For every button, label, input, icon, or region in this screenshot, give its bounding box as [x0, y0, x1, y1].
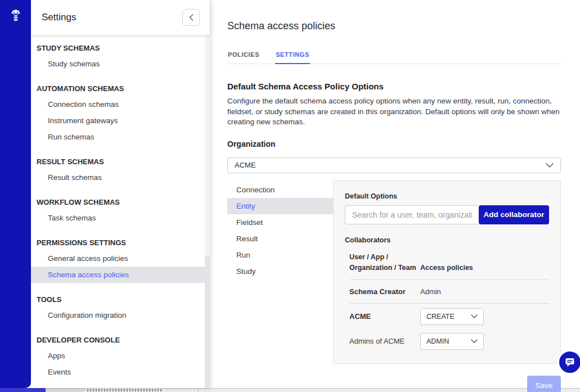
- strip-column-divider: [198, 388, 199, 392]
- sidebar-header: Settings: [31, 0, 210, 35]
- chat-bubble-icon: [564, 357, 575, 368]
- default-options-panel: Default Options Add collaborator Collabo…: [333, 181, 561, 364]
- nav-section-tools: TOOLS Configuration migration: [31, 295, 205, 323]
- table-row-admins-of-acme: Admins of ACME ADMIN: [349, 333, 549, 350]
- sidebar-scrollbar-thumb[interactable]: [205, 35, 210, 256]
- settings-sidebar: Settings STUDY SCHEMAS Study schemas AUT…: [31, 0, 210, 388]
- schema-tab-result[interactable]: Result: [227, 231, 333, 247]
- schema-tab-fieldset[interactable]: Fieldset: [227, 214, 333, 231]
- default-options-label: Default Options: [345, 192, 549, 200]
- tab-settings[interactable]: SETTINGS: [275, 51, 310, 64]
- schema-settings-row: Connection Entity Fieldset Result Run St…: [227, 181, 561, 364]
- table-row-acme: ACME CREATE: [349, 308, 549, 325]
- column-header-user-line2: Organization / Team: [349, 263, 420, 273]
- organization-select[interactable]: ACME: [227, 157, 561, 173]
- tab-policies[interactable]: POLICIES: [227, 51, 260, 64]
- sidebar-scrollbar[interactable]: [205, 35, 210, 388]
- chat-fab-button[interactable]: [557, 350, 580, 375]
- sidebar-item-general-access-policies[interactable]: General access policies: [31, 250, 205, 267]
- nav-section-result-schemas: RESULT SCHEMAS Result schemas: [31, 157, 205, 186]
- sidebar-item-connection-schemas[interactable]: Connection schemas: [31, 96, 205, 112]
- section-heading: Default Schema Access Policy Options: [227, 82, 561, 91]
- collaborators-label: Collaborators: [345, 236, 549, 244]
- sidebar-item-result-schemas[interactable]: Result schemas: [31, 169, 205, 186]
- schema-tab-connection[interactable]: Connection: [227, 182, 333, 198]
- nav-section-title: TOOLS: [31, 295, 205, 307]
- sidebar-item-apps[interactable]: Apps: [31, 348, 205, 364]
- chevron-left-icon: [189, 14, 194, 21]
- nav-section-title: STUDY SCHEMAS: [31, 44, 205, 56]
- nav-section-developer-console: DEVELOPER CONSOLE Apps Events: [31, 336, 205, 380]
- strip-clipped-text: [87, 389, 161, 391]
- sidebar-item-study-schemas[interactable]: Study schemas: [31, 56, 205, 72]
- brand-rail: [0, 0, 31, 388]
- nav-section-permissions-settings: PERMISSIONS SETTINGS General access poli…: [31, 238, 205, 283]
- row-name: Admins of ACME: [349, 337, 420, 345]
- nav-section-title: WORKFLOW SCHEMAS: [31, 198, 205, 210]
- strip-rail-continuation: [0, 388, 46, 392]
- benchling-logo-icon[interactable]: [11, 9, 20, 25]
- collaborators-table-header: User / App / Organization / Team Access …: [349, 252, 549, 280]
- sidebar-nav: STUDY SCHEMAS Study schemas AUTOMATION S…: [31, 35, 205, 380]
- chevron-down-icon: [471, 339, 478, 343]
- row-name: Schema Creator: [349, 287, 420, 296]
- collaborator-search-row: Add collaborator: [345, 205, 549, 224]
- sidebar-item-configuration-migration[interactable]: Configuration migration: [31, 307, 205, 323]
- nav-section-automation-schemas: AUTOMATION SCHEMAS Connection schemas In…: [31, 84, 205, 145]
- chevron-down-icon: [471, 314, 478, 318]
- nav-section-workflow-schemas: WORKFLOW SCHEMAS Task schemas: [31, 198, 205, 226]
- collapse-sidebar-button[interactable]: [182, 9, 200, 26]
- chevron-down-icon: [546, 163, 554, 168]
- column-header-user-line1: User / App /: [349, 252, 420, 263]
- sidebar-item-run-schemas[interactable]: Run schemas: [31, 129, 205, 145]
- access-policy-select-acme[interactable]: CREATE: [420, 308, 484, 325]
- sidebar-item-schema-access-policies[interactable]: Schema access policies: [31, 267, 205, 283]
- section-description: Configure the default schema access poli…: [227, 96, 561, 128]
- main-content: Schema access policies POLICIES SETTINGS…: [210, 0, 580, 388]
- nav-section-title: RESULT SCHEMAS: [31, 157, 205, 169]
- save-button[interactable]: Save: [527, 376, 561, 392]
- strip-panel-edge: [46, 389, 85, 392]
- organization-label: Organization: [227, 139, 561, 148]
- save-row: Save: [227, 376, 561, 392]
- schema-tab-study[interactable]: Study: [227, 263, 333, 280]
- tab-bar: POLICIES SETTINGS: [227, 51, 561, 64]
- column-header-user: User / App / Organization / Team: [349, 252, 420, 273]
- nav-section-title: DEVELOPER CONSOLE: [31, 336, 205, 348]
- row-access-policy: Admin: [420, 287, 549, 296]
- table-row-schema-creator: Schema Creator Admin: [349, 280, 549, 304]
- organization-select-value: ACME: [235, 161, 256, 169]
- add-collaborator-button[interactable]: Add collaborator: [479, 205, 549, 224]
- nav-section-study-schemas: STUDY SCHEMAS Study schemas: [31, 44, 205, 72]
- sidebar-title: Settings: [42, 12, 76, 23]
- schema-tab-entity[interactable]: Entity: [227, 198, 333, 214]
- access-policy-select-value: ADMIN: [426, 337, 449, 345]
- schema-tab-run[interactable]: Run: [227, 247, 333, 263]
- page-title: Schema access policies: [227, 20, 561, 32]
- access-policy-select-value: CREATE: [426, 313, 455, 321]
- nav-section-title: PERMISSIONS SETTINGS: [31, 238, 205, 250]
- collaborator-search-input[interactable]: [345, 205, 479, 224]
- sidebar-item-instrument-gateways[interactable]: Instrument gateways: [31, 112, 205, 129]
- sidebar-item-events[interactable]: Events: [31, 364, 205, 380]
- sidebar-item-task-schemas[interactable]: Task schemas: [31, 210, 205, 226]
- collaborators-table: User / App / Organization / Team Access …: [345, 252, 549, 350]
- schema-type-tabs: Connection Entity Fieldset Result Run St…: [227, 181, 333, 364]
- access-policy-select-admins[interactable]: ADMIN: [420, 333, 484, 350]
- nav-section-title: AUTOMATION SCHEMAS: [31, 84, 205, 96]
- column-header-access-policies: Access policies: [420, 252, 549, 273]
- row-name: ACME: [349, 312, 420, 321]
